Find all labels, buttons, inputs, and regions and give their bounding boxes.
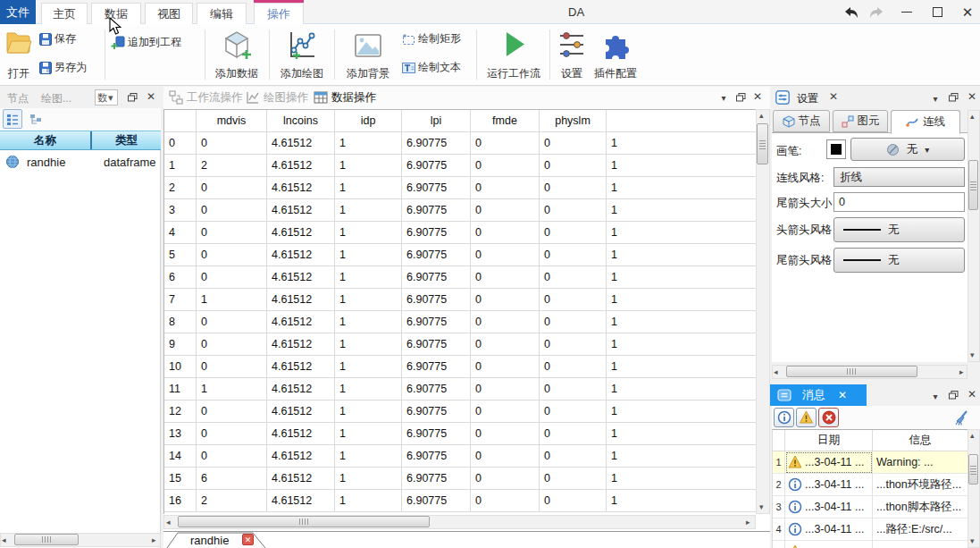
settings-hscrollbar[interactable]: ◂ ▸ [772, 365, 967, 379]
data-cell[interactable]: 0 [471, 490, 540, 512]
data-cell[interactable]: 6.90775 [402, 289, 471, 311]
close-button[interactable]: ✕ [954, 0, 980, 24]
row-index-cell[interactable]: 9 [164, 333, 197, 356]
data-cell[interactable]: 6.90775 [402, 423, 471, 445]
row-index-cell[interactable]: 6 [164, 266, 197, 289]
message-date-cell[interactable]: ...3-04-11 ... [785, 474, 873, 496]
scroll-thumb[interactable] [968, 160, 978, 210]
filter-info-button[interactable] [774, 408, 794, 427]
row-index-cell[interactable]: 8 [164, 311, 197, 333]
panel-menu-button[interactable]: ▾ [717, 91, 730, 104]
data-cell[interactable]: 1 [607, 244, 756, 266]
close-panel-button[interactable]: ✕ [966, 90, 978, 103]
tree-header-name[interactable]: 名称 [0, 131, 92, 149]
row-index-cell[interactable]: 1 [164, 155, 197, 177]
messages-date-header[interactable]: 日期 [785, 430, 873, 451]
scroll-thumb[interactable] [968, 454, 978, 485]
row-index-cell[interactable]: 0 [164, 132, 197, 155]
scroll-thumb[interactable] [786, 366, 917, 377]
data-cell[interactable]: 1 [197, 289, 267, 311]
messages-vscrollbar[interactable]: ▴ ▾ [967, 429, 980, 548]
column-header[interactable]: fmde [471, 110, 540, 132]
clear-messages-button[interactable] [952, 409, 970, 426]
data-cell[interactable]: 1 [335, 289, 402, 311]
close-panel-button[interactable]: ✕ [966, 388, 978, 400]
data-cell[interactable]: 4.61512 [267, 423, 335, 445]
data-cell[interactable]: 1 [335, 266, 402, 289]
table-row[interactable]: 1004.6151216.90775001 [164, 356, 756, 378]
row-index-cell[interactable]: 4 [164, 222, 197, 244]
data-cell[interactable]: 6.90775 [402, 244, 471, 266]
filter-error-button[interactable] [818, 408, 839, 427]
data-cell[interactable]: 6.90775 [402, 356, 471, 378]
tree-header-type[interactable]: 类型 [92, 131, 161, 149]
data-cell[interactable]: 0 [540, 423, 607, 445]
head-arrow-style-dropdown[interactable]: 无 [833, 217, 965, 242]
data-cell[interactable]: 2 [197, 490, 267, 512]
message-row[interactable]: 1...3-04-11 ...Warning: ... [773, 451, 967, 474]
row-index-cell[interactable]: 16 [164, 490, 197, 512]
settings-button[interactable]: 设置 [554, 27, 590, 82]
data-cell[interactable]: 4.61512 [267, 132, 335, 155]
data-table-vscrollbar[interactable]: ▴ ▾ [756, 109, 770, 514]
tail-arrow-size-input[interactable]: 0 [833, 192, 965, 212]
messages-info-header[interactable]: 信息 [873, 430, 967, 451]
settings-vscrollbar[interactable]: ▴ ▾ [967, 110, 980, 362]
scroll-up-icon[interactable]: ▴ [970, 432, 975, 440]
sheet-tab-label[interactable]: randhie [190, 534, 229, 547]
data-cell[interactable]: 0 [540, 468, 607, 490]
table-row[interactable]: 004.6151216.90775001 [164, 132, 756, 155]
table-row[interactable]: 1564.6151216.90775001 [164, 468, 756, 490]
float-panel-button[interactable] [947, 91, 959, 104]
data-cell[interactable]: 4.61512 [267, 155, 335, 177]
close-panel-button[interactable]: ✕ [144, 89, 158, 104]
table-row[interactable]: 1114.6151216.90775001 [164, 378, 756, 400]
data-cell[interactable]: 6.90775 [402, 132, 471, 155]
settings-tab-node[interactable]: 节点 [773, 110, 830, 132]
scroll-left-icon[interactable]: ◂ [2, 536, 6, 544]
tab-nodes[interactable]: 节点 [7, 91, 29, 106]
table-row[interactable]: 1204.6151216.90775001 [164, 400, 756, 423]
row-index-cell[interactable]: 14 [164, 445, 197, 468]
scroll-left-icon[interactable]: ◂ [774, 368, 778, 376]
data-cell[interactable]: 6.90775 [402, 333, 471, 356]
data-cell[interactable]: 1 [607, 490, 756, 512]
add-background-button[interactable]: 添加背景 [339, 27, 397, 82]
data-cell[interactable]: 0 [540, 400, 607, 423]
data-cell[interactable]: 4.61512 [267, 244, 335, 266]
settings-tab-connection[interactable]: 连线 [891, 110, 960, 134]
row-index-cell[interactable]: 5 [164, 244, 197, 266]
data-cell[interactable]: 1 [335, 468, 402, 490]
data-cell[interactable]: 0 [197, 132, 267, 155]
data-cell[interactable]: 0 [471, 378, 540, 400]
menu-tab-view[interactable]: 视图 [145, 3, 193, 24]
data-cell[interactable]: 1 [335, 199, 402, 222]
data-ops-button[interactable]: 数据操作 [314, 89, 376, 106]
message-info-cell[interactable] [873, 541, 967, 548]
data-cell[interactable]: 1 [607, 445, 756, 468]
data-cell[interactable]: 0 [471, 356, 540, 378]
data-cell[interactable]: 0 [471, 423, 540, 445]
data-cell[interactable]: 0 [197, 445, 267, 468]
data-cell[interactable]: 1 [607, 378, 756, 400]
data-cell[interactable]: 1 [335, 400, 402, 423]
panel-menu-button[interactable]: ▾ [929, 92, 942, 105]
data-cell[interactable]: 4.61512 [267, 445, 335, 468]
data-cell[interactable]: 1 [607, 222, 756, 244]
data-cell[interactable]: 1 [607, 155, 756, 177]
table-row[interactable]: 1404.6151216.90775001 [164, 445, 756, 468]
float-panel-button[interactable] [125, 90, 139, 105]
table-row[interactable]: 304.6151216.90775001 [164, 199, 756, 222]
message-date-cell[interactable] [785, 541, 873, 548]
data-cell[interactable]: 2 [197, 155, 267, 177]
data-cell[interactable]: 1 [335, 490, 402, 512]
data-cell[interactable]: 0 [471, 244, 540, 266]
scroll-right-icon[interactable]: ▸ [746, 518, 750, 527]
data-cell[interactable]: 1 [607, 356, 756, 378]
data-cell[interactable]: 6.90775 [402, 222, 471, 244]
settings-tab-element[interactable]: 图元 [833, 110, 888, 132]
data-cell[interactable]: 1 [607, 311, 756, 333]
data-cell[interactable]: 1 [607, 132, 756, 155]
data-cell[interactable]: 0 [540, 311, 607, 333]
data-cell[interactable]: 6.90775 [402, 400, 471, 423]
